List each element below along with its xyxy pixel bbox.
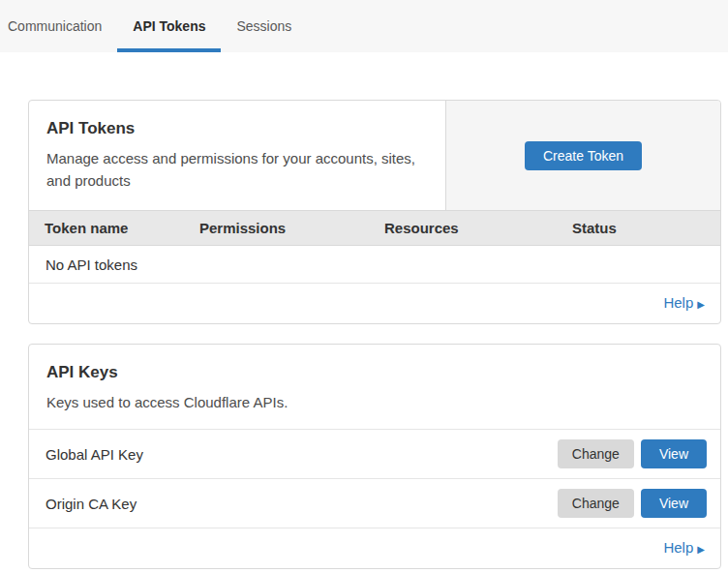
tab-sessions[interactable]: Sessions xyxy=(221,0,307,52)
origin-ca-key-actions: Change View xyxy=(558,489,707,518)
column-header-resources: Resources xyxy=(369,220,557,236)
origin-ca-key-change-button[interactable]: Change xyxy=(558,489,634,518)
global-api-key-label: Global API Key xyxy=(46,446,143,463)
api-tokens-card: API Tokens Manage access and permissions… xyxy=(28,100,721,324)
key-row-global-api-key: Global API Key Change View xyxy=(29,429,720,478)
create-token-button[interactable]: Create Token xyxy=(525,141,642,170)
origin-ca-key-label: Origin CA Key xyxy=(46,496,136,512)
tokens-empty-state: No API tokens xyxy=(29,246,720,284)
help-arrow-icon: ▶ xyxy=(697,299,705,310)
api-tokens-card-header-actions: Create Token xyxy=(445,101,720,210)
tab-communication[interactable]: Communication xyxy=(0,0,117,52)
api-keys-description: Keys used to access Cloudflare APIs. xyxy=(46,391,703,413)
api-keys-help-link[interactable]: Help▶ xyxy=(663,539,705,556)
api-tokens-title: API Tokens xyxy=(46,119,426,138)
tokens-table-header: Token name Permissions Resources Status xyxy=(29,210,720,246)
global-api-key-actions: Change View xyxy=(558,439,707,468)
api-keys-card-footer: Help▶ xyxy=(29,528,720,568)
api-keys-card: API Keys Keys used to access Cloudflare … xyxy=(28,344,721,569)
column-header-permissions: Permissions xyxy=(184,220,369,236)
origin-ca-key-view-button[interactable]: View xyxy=(641,489,707,518)
api-keys-title: API Keys xyxy=(46,363,703,382)
global-api-key-change-button[interactable]: Change xyxy=(558,439,634,468)
tab-api-tokens[interactable]: API Tokens xyxy=(117,0,221,52)
column-header-status: Status xyxy=(557,220,720,236)
api-tokens-card-header: API Tokens Manage access and permissions… xyxy=(29,101,720,210)
help-arrow-icon: ▶ xyxy=(697,544,705,555)
global-api-key-view-button[interactable]: View xyxy=(641,439,707,468)
key-row-origin-ca-key: Origin CA Key Change View xyxy=(29,478,720,528)
api-tokens-help-link[interactable]: Help▶ xyxy=(663,294,705,311)
api-tokens-card-footer: Help▶ xyxy=(29,284,720,323)
api-keys-help-label: Help xyxy=(663,539,693,556)
api-tokens-description: Manage access and permissions for your a… xyxy=(46,147,426,192)
main-content: API Tokens Manage access and permissions… xyxy=(0,52,728,569)
tab-bar: Communication API Tokens Sessions xyxy=(0,0,728,52)
column-header-token-name: Token name xyxy=(29,220,184,236)
api-tokens-help-label: Help xyxy=(663,294,693,311)
api-keys-card-header: API Keys Keys used to access Cloudflare … xyxy=(29,345,720,429)
api-tokens-card-header-text: API Tokens Manage access and permissions… xyxy=(29,101,445,210)
